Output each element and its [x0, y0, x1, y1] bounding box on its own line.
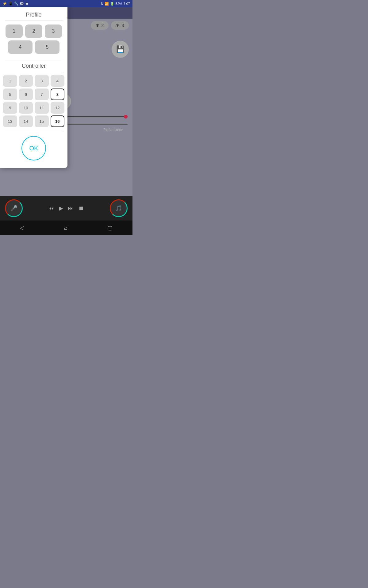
controller-grid: 1 2 3 4 5 6 7 8 9 10 11 12 13 14 15 16 — [0, 72, 67, 128]
ctrl-btn-8[interactable]: 8 — [51, 89, 65, 100]
save-button[interactable]: 💾 — [112, 41, 129, 58]
fan-button-3[interactable]: ✻ 3 — [111, 21, 129, 30]
play-button[interactable]: ▶ — [59, 205, 63, 212]
sim-icon: 📱 — [8, 2, 13, 6]
ctrl-btn-1[interactable]: 1 — [3, 75, 17, 87]
ctrl-btn-12[interactable]: 12 — [51, 102, 65, 114]
controller-section-title: Controller — [5, 62, 63, 72]
back-button[interactable]: ◁ — [20, 224, 24, 231]
dialog-bottom-divider — [5, 131, 63, 131]
led-slider-thumb — [124, 115, 128, 119]
ctrl-btn-15[interactable]: 15 — [35, 115, 49, 127]
next-button[interactable]: ⏭ — [68, 205, 74, 212]
status-icons-right: N 📶 🔋 52% 7:07 — [101, 2, 130, 6]
wifi-icon: 📶 — [105, 2, 109, 6]
nfc-icon: N — [101, 2, 103, 6]
ctrl-btn-11[interactable]: 11 — [35, 102, 49, 114]
profile-dialog: Profile 1 2 3 4 5 Controller 1 2 3 4 5 6… — [0, 7, 67, 168]
home-button[interactable]: ⌂ — [64, 225, 67, 231]
ctrl-btn-14[interactable]: 14 — [19, 115, 33, 127]
profile-btn-5[interactable]: 5 — [35, 40, 59, 54]
profile-btn-3[interactable]: 3 — [45, 24, 62, 38]
battery-icon: 🔋 — [110, 2, 114, 6]
recents-button[interactable]: ▢ — [107, 224, 113, 231]
media-bar: 🎤 ⏮ ▶ ⏭ ⏹ 🎵 — [0, 196, 132, 221]
section-divider — [5, 59, 63, 59]
status-icons-left: ⚡ 📱 🔧 🖼 ☻ — [2, 2, 29, 6]
clock: 7:07 — [124, 2, 130, 6]
profile-section-title: Profile — [5, 7, 63, 21]
nav-bar: ◁ ⌂ ▢ — [0, 221, 132, 235]
usb-icon: ⚡ — [2, 2, 7, 6]
music-knob-ring-cyan — [110, 199, 128, 217]
tools-icon: 🔧 — [14, 2, 19, 6]
profile-buttons-row1: 1 2 3 — [0, 21, 67, 39]
ctrl-btn-7[interactable]: 7 — [35, 89, 49, 100]
performance-label: Performance — [103, 128, 123, 131]
profile-btn-2[interactable]: 2 — [25, 24, 42, 38]
media-controls: ⏮ ▶ ⏭ ⏹ — [48, 205, 84, 212]
ctrl-btn-9[interactable]: 9 — [3, 102, 17, 114]
mic-knob-ring-cyan — [5, 199, 23, 217]
ok-button-container: OK — [0, 135, 67, 163]
battery-percent: 52% — [116, 2, 122, 6]
fan-icon-2: ✻ — [96, 23, 99, 28]
ctrl-btn-4[interactable]: 4 — [51, 75, 65, 87]
ok-button[interactable]: OK — [21, 136, 46, 160]
ctrl-btn-5[interactable]: 5 — [3, 89, 17, 100]
ctrl-btn-6[interactable]: 6 — [19, 89, 33, 100]
ctrl-btn-13[interactable]: 13 — [3, 115, 17, 127]
ctrl-btn-16[interactable]: 16 — [51, 115, 65, 127]
save-icon: 💾 — [116, 45, 125, 53]
mic-knob[interactable]: 🎤 — [5, 199, 23, 217]
profile-btn-4[interactable]: 4 — [8, 40, 33, 54]
fan-button-2[interactable]: ✻ 2 — [91, 21, 109, 30]
profile-btn-1[interactable]: 1 — [6, 24, 23, 38]
stop-button[interactable]: ⏹ — [79, 205, 84, 212]
prev-button[interactable]: ⏮ — [48, 205, 54, 212]
profile-buttons-row2: 4 5 — [0, 39, 67, 56]
fan-icon-3: ✻ — [116, 23, 120, 28]
ctrl-btn-3[interactable]: 3 — [35, 75, 49, 87]
status-bar: ⚡ 📱 🔧 🖼 ☻ N 📶 🔋 52% 7:07 — [0, 0, 132, 7]
image-icon: 🖼 — [20, 2, 24, 6]
music-knob[interactable]: 🎵 — [110, 199, 128, 217]
ctrl-btn-2[interactable]: 2 — [19, 75, 33, 87]
android-icon: ☻ — [25, 2, 29, 6]
ctrl-btn-10[interactable]: 10 — [19, 102, 33, 114]
